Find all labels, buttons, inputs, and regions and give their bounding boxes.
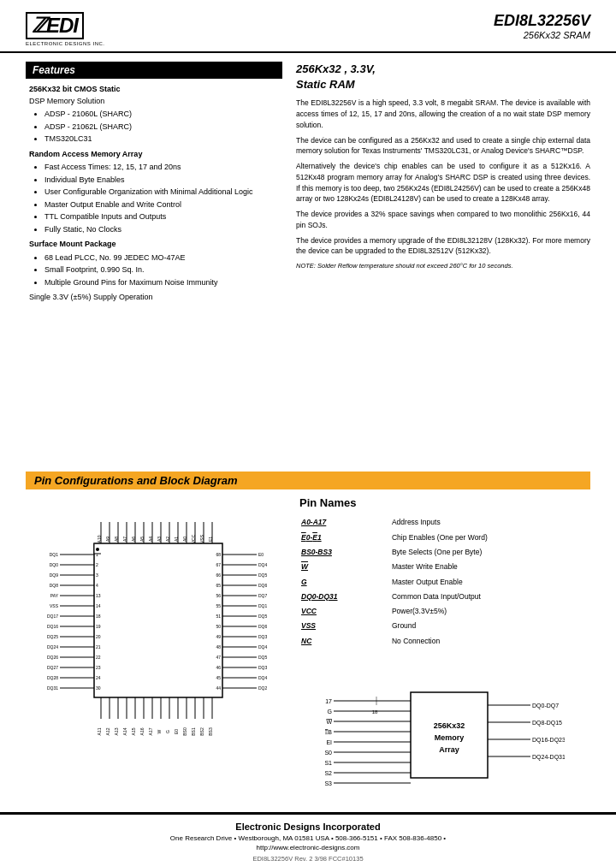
svg-text:BS0: BS0 xyxy=(182,727,187,736)
svg-text:44: 44 xyxy=(216,685,221,691)
svg-text:68: 68 xyxy=(216,552,221,557)
svg-text:BS1: BS1 xyxy=(191,727,196,736)
desc-p2: The device can be configured as a 256Kx3… xyxy=(296,135,590,157)
footer-website: http://www.electronic-designs.com xyxy=(26,844,590,851)
svg-text:18: 18 xyxy=(96,614,101,619)
part-number: EDI8L32256V xyxy=(494,12,590,30)
table-row: E0-E1 Chip Enables (One per Word) xyxy=(301,531,589,544)
svg-text:65: 65 xyxy=(216,583,221,588)
svg-text:A14: A14 xyxy=(122,728,127,736)
pin-desc: Byte Selects (One per Byte) xyxy=(392,546,589,559)
pin-desc: Address Inputs xyxy=(392,516,589,529)
pin-config-body: A10 A9 A8 A7 A6 A5 A4 A3 A2 A1 A0 VCC VS… xyxy=(26,496,590,812)
svg-text:DQ16: DQ16 xyxy=(47,624,58,629)
svg-text:DQ4: DQ4 xyxy=(258,562,268,567)
right-column: 256Kx32 , 3.3V, Static RAM The EDI8L3225… xyxy=(296,62,590,463)
svg-text:DQ5: DQ5 xyxy=(258,655,268,660)
svg-text:DQ4: DQ4 xyxy=(258,675,268,680)
svg-text:E0: E0 xyxy=(258,552,264,557)
svg-text:21: 21 xyxy=(96,644,101,650)
svg-text:G: G xyxy=(328,709,332,715)
pin-name: VCC xyxy=(301,605,390,618)
svg-text:4: 4 xyxy=(96,583,98,588)
svg-text:22: 22 xyxy=(96,655,101,660)
svg-text:DQ26: DQ26 xyxy=(47,655,58,660)
logo-area: ℤEDI ELECTRONIC DESIGNS INC. xyxy=(26,12,105,46)
svg-text:G: G xyxy=(165,730,170,733)
svg-text:E0: E0 xyxy=(174,729,179,734)
svg-text:VSS: VSS xyxy=(50,603,59,608)
table-row: NC No Connection xyxy=(301,635,589,648)
svg-text:67: 67 xyxy=(216,562,221,567)
list-item: User Configurable Organization with Mini… xyxy=(44,187,282,199)
svg-text:W: W xyxy=(157,730,162,734)
pin-name: NC xyxy=(301,635,390,648)
footer-doc: EDI8L32256V Rev. 2 3/98 FCC#10135 xyxy=(26,855,590,863)
svg-text:EI: EI xyxy=(326,739,332,745)
list-item: Individual Byte Enables xyxy=(44,175,282,187)
feature-group-1-title: 256Kx32 bit CMOS Static xyxy=(29,84,282,96)
svg-text:DQ8: DQ8 xyxy=(50,583,59,588)
svg-text:DQ1: DQ1 xyxy=(50,552,59,557)
svg-rect-0 xyxy=(94,543,222,697)
svg-text:A17: A17 xyxy=(148,728,153,736)
feature-list-3: 68 Lead PLCC, No. 99 JEDEC MO-47AE Small… xyxy=(29,252,282,289)
svg-text:45: 45 xyxy=(216,675,221,680)
list-item: Fully Static, No Clocks xyxy=(44,224,282,236)
svg-text:BS3: BS3 xyxy=(208,727,213,736)
part-subtitle: 256Kx32 SRAM xyxy=(494,30,590,40)
pin-name: VSS xyxy=(301,620,390,632)
page: ℤEDI ELECTRONIC DESIGNS INC. EDI8L32256V… xyxy=(0,0,616,866)
svg-text:256Kx32: 256Kx32 xyxy=(434,721,465,730)
right-top: 256Kx32 , 3.3V, Static RAM The EDI8L3225… xyxy=(296,62,590,270)
table-row: DQ0-DQ31 Common Data Input/Output xyxy=(301,590,589,603)
header: ℤEDI ELECTRONIC DESIGNS INC. EDI8L32256V… xyxy=(0,0,616,53)
svg-text:DQ16-DQ23: DQ16-DQ23 xyxy=(532,737,565,744)
desc-p3: Alternatively the device's chip enables … xyxy=(296,161,590,205)
table-row: A0-A17 Address Inputs xyxy=(301,516,589,529)
svg-text:PAY: PAY xyxy=(50,593,59,598)
list-item: Master Output Enable and Write Control xyxy=(44,199,282,211)
pin-config-title: Pin Configurations and Block Diagram xyxy=(26,472,590,489)
pin-desc: No Connection xyxy=(392,635,589,648)
svg-text:EB: EB xyxy=(325,729,332,735)
list-item: Multiple Ground Pins for Maximum Noise I… xyxy=(44,277,282,289)
feature-group-3-title: Surface Mount Package xyxy=(29,239,282,251)
svg-text:3: 3 xyxy=(96,572,98,578)
svg-text:BS2: BS2 xyxy=(325,770,332,776)
pin-config-section: Pin Configurations and Block Diagram A10… xyxy=(0,472,616,812)
pin-desc: Power(3.3V±5%) xyxy=(392,605,589,618)
svg-text:DQ9: DQ9 xyxy=(50,572,59,578)
logo-subtitle: ELECTRONIC DESIGNS INC. xyxy=(26,41,105,46)
svg-text:55: 55 xyxy=(216,603,221,608)
svg-text:A0-A17: A0-A17 xyxy=(325,698,332,704)
feature-group-2-title: Random Access Memory Array xyxy=(29,149,282,161)
svg-text:56: 56 xyxy=(216,593,221,598)
svg-text:BS3: BS3 xyxy=(325,780,332,786)
svg-text:A13: A13 xyxy=(114,728,119,736)
svg-text:DQ24: DQ24 xyxy=(47,644,58,650)
desc-p5: The device provides a memory upgrade of … xyxy=(296,235,590,258)
svg-text:W: W xyxy=(326,719,332,725)
svg-text:DQ6: DQ6 xyxy=(258,624,268,629)
left-column: Features 256Kx32 bit CMOS Static DSP Mem… xyxy=(26,62,282,463)
svg-text:24: 24 xyxy=(96,675,101,680)
svg-text:2: 2 xyxy=(96,562,98,567)
pin-names-title: Pin Names xyxy=(299,496,590,509)
feature-single: Single 3.3V (±5%) Supply Operation xyxy=(29,292,282,304)
table-row: G Master Output Enable xyxy=(301,576,589,589)
svg-text:Memory: Memory xyxy=(435,733,465,742)
chip-diagram-svg: A10 A9 A8 A7 A6 A5 A4 A3 A2 A1 A0 VCC VS… xyxy=(26,496,291,744)
svg-text:DQ6: DQ6 xyxy=(258,583,268,588)
svg-text:DQ31: DQ31 xyxy=(47,685,58,691)
svg-text:DQ0-DQ7: DQ0-DQ7 xyxy=(532,703,559,709)
logo: ℤEDI xyxy=(26,12,84,39)
svg-text:A11: A11 xyxy=(97,728,102,736)
svg-text:20: 20 xyxy=(96,634,101,639)
svg-text:47: 47 xyxy=(216,655,221,660)
svg-text:Array: Array xyxy=(439,745,459,754)
features-title: Features xyxy=(26,62,282,79)
footer: Electronic Designs Incorporated One Rese… xyxy=(0,812,616,866)
svg-text:49: 49 xyxy=(216,634,221,639)
pin-desc: Common Data Input/Output xyxy=(392,590,589,603)
